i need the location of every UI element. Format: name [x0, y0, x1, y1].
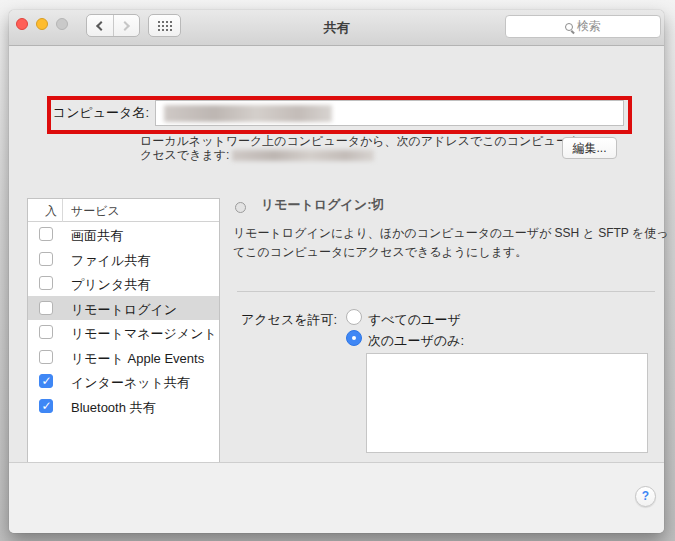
service-label: プリンタ共有: [71, 276, 150, 294]
service-row-internet-sharing[interactable]: インターネット共有: [28, 369, 219, 394]
service-label: リモートログイン: [71, 301, 177, 319]
service-label: 画面共有: [71, 227, 123, 245]
description-line2-text: クセスできます:: [140, 148, 229, 162]
search-placeholder: 検索: [577, 18, 601, 35]
radio-only-these-users-label[interactable]: 次のユーザのみ:: [368, 332, 464, 350]
local-network-description-line2: クセスできます:: [140, 148, 374, 162]
service-row-remote-login[interactable]: リモートログイン: [28, 296, 219, 321]
column-divider: [62, 199, 63, 222]
service-label: ファイル共有: [71, 252, 150, 270]
radio-all-users[interactable]: [346, 309, 362, 325]
checkbox[interactable]: [39, 252, 53, 266]
remote-login-status-title: リモートログイン:切: [261, 196, 384, 214]
help-button[interactable]: ?: [635, 486, 656, 507]
local-address-redacted: [232, 150, 374, 161]
computer-name-redacted: [164, 105, 332, 122]
service-label: リモートマネージメント: [71, 325, 217, 343]
service-row-printer-sharing[interactable]: プリンタ共有: [28, 271, 219, 296]
checkbox[interactable]: [39, 325, 53, 339]
services-table: 入 サービス 画面共有 ファイル共有 プリンタ共有 リモートログイン: [27, 198, 220, 482]
edit-button[interactable]: 編集...: [562, 137, 617, 159]
local-network-description-line1: ローカルネットワーク上のコンピュータから、次のアドレスでこのコンピュータにア: [140, 134, 605, 148]
status-indicator-off-icon: [235, 202, 246, 213]
service-row-remote-management[interactable]: リモートマネージメント: [28, 320, 219, 345]
checkbox[interactable]: [39, 227, 53, 241]
service-row-bluetooth-sharing[interactable]: Bluetooth 共有: [28, 394, 219, 419]
services-table-header: 入 サービス: [28, 199, 219, 222]
section-divider: [237, 291, 655, 292]
service-label: インターネット共有: [71, 374, 190, 392]
column-header-on: 入: [45, 203, 57, 220]
computer-name-label: コンピュータ名:: [47, 104, 149, 122]
service-label: Bluetooth 共有: [71, 399, 156, 417]
service-row-remote-apple-events[interactable]: リモート Apple Events: [28, 345, 219, 370]
sharing-preferences-window: 共有 検索 コンピュータ名: ローカルネットワーク上のコンピュータから、次のアド…: [9, 10, 664, 533]
checkbox[interactable]: [39, 350, 53, 364]
content-area: コンピュータ名: ローカルネットワーク上のコンピュータから、次のアドレスでこのコ…: [9, 46, 664, 462]
search-field[interactable]: 検索: [505, 15, 661, 38]
column-header-service: サービス: [71, 203, 120, 220]
service-row-file-sharing[interactable]: ファイル共有: [28, 247, 219, 272]
radio-all-users-label[interactable]: すべてのユーザ: [368, 311, 461, 329]
footer-bar: ?: [9, 462, 664, 533]
search-icon: [565, 23, 573, 31]
allowed-users-list[interactable]: [366, 353, 648, 453]
remote-login-description: リモートログインにより、ほかのコンピュータのユーザが SSH と SFTP を使…: [233, 224, 669, 262]
checkbox[interactable]: [39, 276, 53, 290]
checkbox[interactable]: [39, 399, 53, 413]
checkbox[interactable]: [39, 301, 53, 315]
titlebar: 共有 検索: [9, 10, 664, 46]
checkbox[interactable]: [39, 374, 53, 388]
desktop: { "colors": { "accent_blue": "#3f87f5", …: [0, 0, 675, 541]
service-row-screen-sharing[interactable]: 画面共有: [28, 222, 219, 247]
allow-access-label: アクセスを許可:: [241, 311, 337, 329]
radio-only-these-users[interactable]: [346, 330, 362, 346]
service-label: リモート Apple Events: [71, 350, 204, 368]
computer-name-input[interactable]: [155, 100, 624, 126]
